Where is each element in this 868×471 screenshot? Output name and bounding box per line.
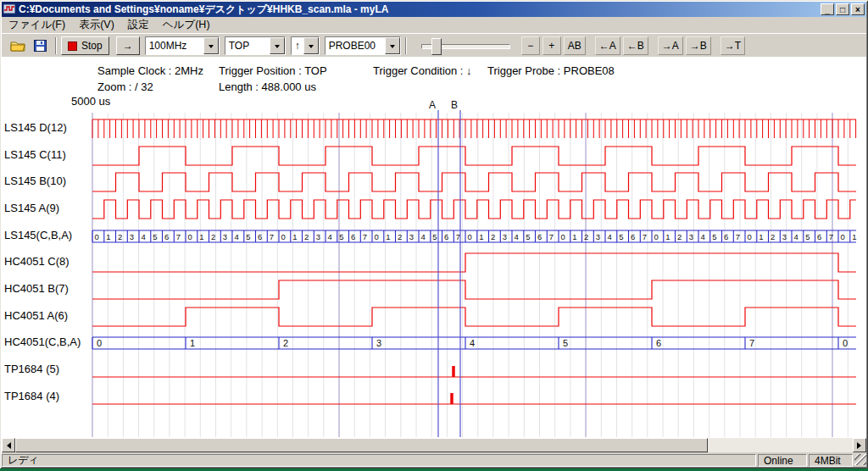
stop-label: Stop [81,40,103,52]
sample-clock-select[interactable]: 100MHz [145,36,220,55]
chevron-down-icon [209,45,214,51]
zoom-slider[interactable] [421,36,510,55]
chevron-down-icon [390,45,395,51]
open-button[interactable] [7,36,29,55]
toolbar: Stop → 100MHz TOP ↑ PROBE00 − + AB ←A [2,33,866,58]
chevron-down-icon [275,45,280,51]
menu-view[interactable]: 表示(V) [72,16,121,34]
goto-trigger-button[interactable]: →T [721,36,745,55]
save-floppy-icon [34,40,47,52]
goto-cursor-a-button[interactable]: ←A [595,36,620,55]
trigger-position-value: TOP [225,40,270,52]
horizontal-scrollbar[interactable] [2,438,866,452]
app-icon [3,3,15,15]
open-folder-icon [10,40,25,52]
menu-file[interactable]: ファイル(F) [2,16,72,34]
stop-button[interactable]: Stop [61,36,109,55]
trigger-edge-value: ↑ [292,40,303,52]
maximize-button[interactable]: □ [836,3,849,15]
set-cursor-b-button[interactable]: →B [686,36,711,55]
waveform-area [2,57,866,438]
scroll-right-button[interactable] [853,438,866,452]
scrollbar-track[interactable] [15,438,853,452]
arrow-right-icon [857,442,865,449]
status-memory-badge: 4MBit [809,454,853,467]
toolbar-separator [405,37,407,54]
chevron-down-icon [309,45,314,51]
close-button[interactable]: × [851,3,865,15]
run-button[interactable]: → [116,36,140,55]
menubar: ファイル(F) 表示(V) 設定 ヘルプ(H) [2,17,866,33]
sample-clock-dropdown-button[interactable] [203,37,219,54]
stop-icon [68,42,77,51]
scrollbar-thumb[interactable] [15,438,708,452]
arrow-left-icon [3,442,11,449]
trigger-position-select[interactable]: TOP [225,36,286,55]
trigger-probe-select[interactable]: PROBE00 [325,36,401,55]
window-title: C:¥Documents and Settings¥noname¥デスクトップ¥… [19,3,819,17]
trigger-edge-dropdown-button[interactable] [303,37,319,54]
trigger-position-dropdown-button[interactable] [270,37,285,54]
zoom-slider-thumb[interactable] [431,38,442,55]
trigger-probe-value: PROBE00 [326,40,385,52]
save-button[interactable] [29,36,51,55]
minimize-button[interactable]: _ [821,3,834,15]
status-ready: レディ [2,454,756,467]
goto-cursor-b-button[interactable]: ←B [623,36,648,55]
titlebar: C:¥Documents and Settings¥noname¥デスクトップ¥… [2,2,866,17]
status-online-badge: Online [758,454,807,467]
trigger-edge-select[interactable]: ↑ [291,36,320,55]
toolbar-separator [55,37,57,54]
ab-range-button[interactable]: AB [564,36,586,55]
menu-settings[interactable]: 設定 [121,16,156,34]
sample-clock-value: 100MHz [146,40,203,52]
trigger-probe-dropdown-button[interactable] [385,37,400,54]
zoom-out-button[interactable]: − [521,36,540,55]
menu-help[interactable]: ヘルプ(H) [156,16,217,34]
scroll-left-button[interactable] [2,438,15,452]
app-window: C:¥Documents and Settings¥noname¥デスクトップ¥… [0,0,868,468]
zoom-in-button[interactable]: + [542,36,561,55]
resize-grip[interactable] [854,454,866,465]
set-cursor-a-button[interactable]: →A [658,36,683,55]
statusbar: レディ Online 4MBit [2,452,866,467]
